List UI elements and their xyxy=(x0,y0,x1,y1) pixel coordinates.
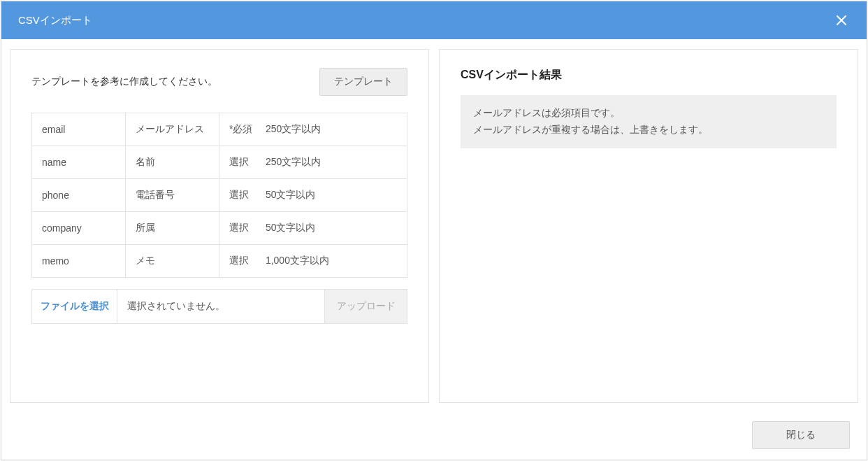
field-label: メモ xyxy=(126,245,219,278)
table-row: phone 電話番号 選択 50文字以内 xyxy=(32,179,407,212)
field-limit: 250文字以内 xyxy=(266,156,321,167)
result-title: CSVインポート結果 xyxy=(461,68,837,83)
table-row: company 所属 選択 50文字以内 xyxy=(32,212,407,245)
field-key: name xyxy=(32,146,126,179)
field-limit: 1,000文字以内 xyxy=(266,255,329,266)
file-upload-cell: アップロード xyxy=(324,290,407,323)
close-button[interactable]: 閉じる xyxy=(752,421,850,449)
csv-import-modal: CSVインポート テンプレートを参考に作成してください。 テンプレート emai… xyxy=(1,1,867,460)
field-rule: *必須 250文字以内 xyxy=(219,113,407,146)
result-message-box: メールアドレスは必須項目です。 メールアドレスが重複する場合は、上書きをします。 xyxy=(461,95,837,148)
upload-button[interactable]: アップロード xyxy=(325,290,407,323)
field-rule: 選択 50文字以内 xyxy=(219,212,407,245)
modal-body: テンプレートを参考に作成してください。 テンプレート email メールアドレス… xyxy=(1,39,867,411)
field-label: 電話番号 xyxy=(126,179,219,212)
field-rule: 選択 250文字以内 xyxy=(219,146,407,179)
table-row: memo メモ 選択 1,000文字以内 xyxy=(32,245,407,278)
result-message-line: メールアドレスは必須項目です。 xyxy=(473,105,824,122)
file-status-text: 選択されていません。 xyxy=(117,290,324,323)
fields-table: email メールアドレス *必須 250文字以内 name 名前 選択 250… xyxy=(31,113,407,278)
field-rule: 選択 50文字以内 xyxy=(219,179,407,212)
file-select-button[interactable]: ファイルを選択 xyxy=(32,290,117,323)
close-icon[interactable] xyxy=(833,12,850,29)
field-limit: 250文字以内 xyxy=(266,123,321,134)
template-panel: テンプレートを参考に作成してください。 テンプレート email メールアドレス… xyxy=(10,49,429,403)
instruction-text: テンプレートを参考に作成してください。 xyxy=(31,76,217,88)
field-label: メールアドレス xyxy=(126,113,219,146)
field-key: email xyxy=(32,113,126,146)
field-key: phone xyxy=(32,179,126,212)
template-panel-header: テンプレートを参考に作成してください。 テンプレート xyxy=(31,68,407,96)
file-picker-row: ファイルを選択 選択されていません。 アップロード xyxy=(31,289,407,324)
table-row: email メールアドレス *必須 250文字以内 xyxy=(32,113,407,146)
field-limit: 50文字以内 xyxy=(266,222,316,233)
field-required: *必須 xyxy=(229,123,263,136)
field-key: company xyxy=(32,212,126,245)
field-key: memo xyxy=(32,245,126,278)
modal-header: CSVインポート xyxy=(1,1,867,39)
modal-title: CSVインポート xyxy=(18,14,92,27)
field-required: 選択 xyxy=(229,255,263,267)
field-required: 選択 xyxy=(229,189,263,201)
field-label: 所属 xyxy=(126,212,219,245)
field-required: 選択 xyxy=(229,156,263,169)
result-message-line: メールアドレスが重複する場合は、上書きをします。 xyxy=(473,122,824,139)
template-button[interactable]: テンプレート xyxy=(319,68,407,96)
result-panel: CSVインポート結果 メールアドレスは必須項目です。 メールアドレスが重複する場… xyxy=(439,49,858,403)
field-limit: 50文字以内 xyxy=(266,189,316,200)
table-row: name 名前 選択 250文字以内 xyxy=(32,146,407,179)
field-required: 選択 xyxy=(229,222,263,234)
field-label: 名前 xyxy=(126,146,219,179)
field-rule: 選択 1,000文字以内 xyxy=(219,245,407,278)
modal-footer: 閉じる xyxy=(1,411,867,460)
